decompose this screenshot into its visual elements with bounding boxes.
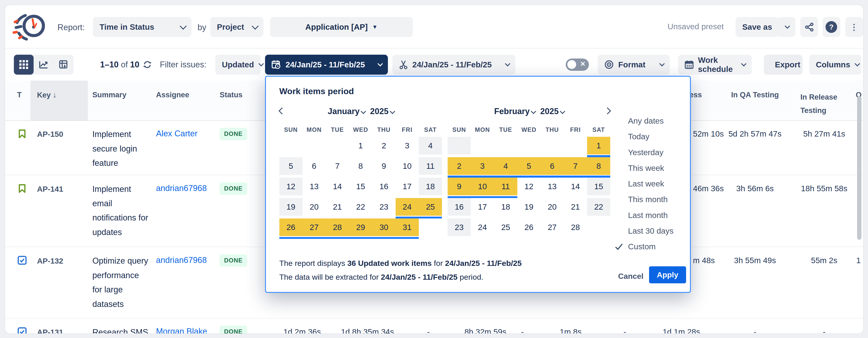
column-header-summary[interactable]: Summary	[92, 91, 126, 99]
calendar-day-february-18[interactable]: 18	[494, 198, 517, 218]
calendar-day-february-11[interactable]: 11	[494, 178, 517, 198]
calendar-day-january-5[interactable]: 5	[279, 157, 303, 178]
calendar-day-february-2[interactable]: 2	[447, 157, 471, 178]
assignee-link[interactable]: Alex Carter	[156, 129, 197, 138]
apply-button[interactable]: Apply	[649, 266, 686, 283]
vertical-scrollbar[interactable]	[857, 96, 862, 240]
calendar-day-january-11[interactable]: 11	[419, 157, 442, 178]
grid-view-button[interactable]	[14, 55, 34, 75]
calendar-day-february-14[interactable]: 14	[564, 178, 587, 198]
calendar-day-january-9[interactable]: 9	[372, 157, 395, 178]
calendar-day-february-22[interactable]: 22	[587, 198, 610, 218]
pivot-view-button[interactable]	[54, 55, 73, 75]
calendar-day-february-28[interactable]: 28	[564, 218, 587, 239]
calendar-day-january-26[interactable]: 26	[279, 218, 303, 239]
calendar-day-january-28[interactable]: 28	[326, 218, 349, 239]
format-dropdown[interactable]: Format	[598, 55, 670, 75]
month-select[interactable]: February	[494, 107, 535, 116]
calendar-day-january-19[interactable]: 19	[279, 198, 303, 218]
calendar-day-january-16[interactable]: 16	[372, 178, 395, 198]
calendar-day-january-14[interactable]: 14	[326, 178, 349, 198]
calendar-day-january-13[interactable]: 13	[303, 178, 326, 198]
calendar-day-february-20[interactable]: 20	[540, 198, 564, 218]
share-button[interactable]	[800, 17, 818, 37]
next-month-button[interactable]	[601, 105, 614, 117]
calendar-day-february-21[interactable]: 21	[564, 198, 587, 218]
calendar-day-february-15[interactable]: 15	[587, 178, 610, 198]
calendar-day-february-13[interactable]: 13	[540, 178, 564, 198]
calendar-day-february-5[interactable]: 5	[517, 157, 540, 178]
calendar-day-january-3[interactable]: 3	[396, 137, 419, 157]
calendar-day-february-19[interactable]: 19	[517, 198, 540, 218]
preset-option-last-month[interactable]: Last month	[615, 207, 687, 223]
calendar-day-february-8[interactable]: 8	[587, 157, 610, 178]
calendar-day-january-24[interactable]: 24	[396, 198, 419, 218]
issue-key[interactable]: AP-132	[37, 257, 63, 265]
cancel-button[interactable]: Cancel	[610, 268, 651, 284]
issue-key[interactable]: AP-141	[37, 184, 63, 194]
assignee-link[interactable]: Morgan Blake	[156, 327, 207, 334]
chart-view-button[interactable]	[34, 55, 54, 75]
calendar-day-january-18[interactable]: 18	[419, 178, 442, 198]
save-as-button[interactable]: Save as	[736, 17, 779, 37]
calendar-day-january-6[interactable]: 6	[303, 157, 326, 178]
work-items-period-button[interactable]: 24/Jan/25 - 11/Feb/25	[265, 55, 388, 75]
calendar-day-february-24[interactable]: 24	[471, 218, 494, 239]
calendar-day-january-15[interactable]: 15	[349, 178, 372, 198]
calendar-day-february-9[interactable]: 9	[447, 178, 471, 198]
calendar-day-january-25[interactable]: 25	[419, 198, 442, 218]
preset-option-last-week[interactable]: Last week	[615, 176, 687, 192]
calendar-day-february-7[interactable]: 7	[564, 157, 587, 178]
calendar-day-february-10[interactable]: 10	[471, 178, 494, 198]
calendar-day-january-8[interactable]: 8	[349, 157, 372, 178]
column-header-in-release-testing[interactable]: In ReleaseTesting	[800, 91, 847, 117]
group-by-dropdown[interactable]: Project	[210, 17, 264, 37]
calendar-day-february-26[interactable]: 26	[517, 218, 540, 239]
empty-columns-toggle[interactable]: ✕	[566, 59, 589, 71]
calendar-day-january-10[interactable]: 10	[396, 157, 419, 178]
calendar-day-february-27[interactable]: 27	[540, 218, 564, 239]
save-options-button[interactable]	[778, 17, 795, 37]
calendar-day-january-20[interactable]: 20	[303, 198, 326, 218]
export-button[interactable]: Export	[764, 55, 803, 75]
calendar-day-february-3[interactable]: 3	[471, 157, 494, 178]
issue-key[interactable]: AP-131	[37, 328, 63, 334]
calendar-day-january-12[interactable]: 12	[279, 178, 303, 198]
previous-month-button[interactable]	[276, 105, 288, 117]
preset-option-this-month[interactable]: This month	[615, 192, 687, 207]
calendar-day-january-22[interactable]: 22	[349, 198, 372, 218]
calendar-day-february-16[interactable]: 16	[447, 198, 471, 218]
calendar-day-february-23[interactable]: 23	[447, 218, 471, 239]
column-header-type[interactable]: T	[17, 91, 22, 99]
preset-option-last-30-days[interactable]: Last 30 days	[615, 223, 687, 239]
column-header-assignee[interactable]: Assignee	[156, 91, 189, 99]
calendar-day-february-25[interactable]: 25	[494, 218, 517, 239]
year-select[interactable]: 2025	[540, 107, 564, 116]
project-dropdown[interactable]: Application [AP] ▼	[270, 17, 413, 37]
calendar-day-february-17[interactable]: 17	[471, 198, 494, 218]
calendar-day-january-21[interactable]: 21	[326, 198, 349, 218]
help-button[interactable]: ?	[823, 17, 840, 37]
preset-option-any-dates[interactable]: Any dates	[615, 113, 687, 129]
calendar-day-january-23[interactable]: 23	[372, 198, 395, 218]
calendar-day-january-4[interactable]: 4	[419, 137, 442, 157]
calendar-day-january-17[interactable]: 17	[396, 178, 419, 198]
calendar-day-january-1[interactable]: 1	[349, 137, 372, 157]
issue-summary[interactable]: Implement secure login feature	[92, 127, 149, 170]
preset-option-yesterday[interactable]: Yesterday	[615, 144, 687, 160]
issue-summary[interactable]: Optimize query performance for large dat…	[92, 253, 149, 311]
calendar-day-january-27[interactable]: 27	[303, 218, 326, 239]
filter-field-dropdown[interactable]: Updated	[215, 55, 261, 75]
preset-option-this-week[interactable]: This week	[615, 160, 687, 176]
report-type-dropdown[interactable]: Time in Status	[93, 17, 191, 37]
calendar-day-february-4[interactable]: 4	[494, 157, 517, 178]
calendar-day-february-12[interactable]: 12	[517, 178, 540, 198]
column-header-in-qa-testing[interactable]: In QA Testing	[730, 91, 780, 99]
column-header-key[interactable]: Key ↓	[37, 91, 57, 99]
columns-dropdown[interactable]: Columns	[809, 55, 861, 75]
trim-period-button[interactable]: 24/Jan/25 - 11/Feb/25	[393, 55, 515, 75]
refresh-icon[interactable]	[143, 60, 152, 69]
issue-summary[interactable]: Research SMS gateway integration options	[92, 325, 149, 334]
column-header-status[interactable]: Status	[220, 91, 243, 99]
work-schedule-dropdown[interactable]: Work schedule	[678, 55, 752, 75]
